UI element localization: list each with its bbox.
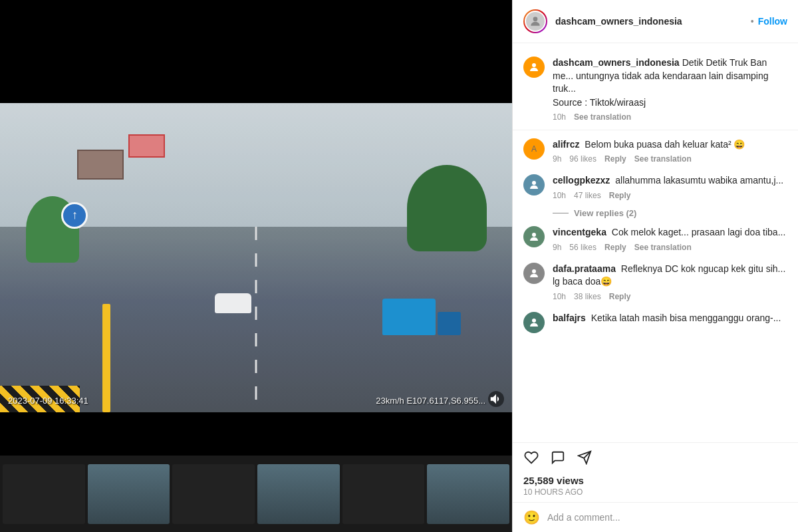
see-translation-caption[interactable]: See translation (574, 112, 631, 122)
volume-icon[interactable] (488, 391, 504, 407)
thumb-4[interactable] (257, 464, 340, 524)
svg-point-1 (532, 63, 536, 67)
comment-meta-1: 9h 96 likes Reply See translation (553, 154, 787, 164)
view-replies-text[interactable]: View replies (2) (574, 208, 636, 218)
comment-time-1: 9h (553, 154, 561, 164)
video-panel: ↑ 2023-07-09 16:33:41 23km/h E107.6117,S… (0, 0, 512, 532)
comment-input[interactable] (547, 512, 787, 523)
comment-text-2: cellogpkezxz allahumma lakasumtu wabika … (553, 174, 787, 188)
comment-reply-1[interactable]: Reply (604, 154, 626, 164)
comment-item-2: cellogpkezxz allahumma lakasumtu wabika … (513, 169, 798, 205)
comment-content-1: Belom buka puasa dah keluar kata² 😄 (582, 139, 745, 150)
thumb-6[interactable] (427, 464, 509, 524)
thumb-5[interactable] (342, 464, 425, 524)
comment-username-1[interactable]: alifrcz (553, 139, 579, 150)
comment-time-2: 10h (553, 191, 566, 200)
caption-text: dashcam_owners_indonesiaDetik Detik Truk… (553, 57, 787, 96)
comment-item-3: vincentgeka Cok melok kaget... prasaan l… (513, 221, 798, 257)
comment-reply-4[interactable]: Reply (609, 292, 631, 301)
comment-content-3: Cok melok kaget... prasaan lagi doa tiba… (609, 227, 785, 237)
comment-avatar-2 (523, 174, 545, 196)
comment-likes-3: 56 likes (569, 243, 597, 252)
video-bottom-black (0, 412, 512, 532)
profile-avatar-ring[interactable] (523, 9, 547, 33)
profile-avatar (525, 11, 546, 32)
caption-meta: 10h See translation (553, 112, 787, 122)
divider-1 (513, 130, 798, 130)
comment-content-5: Ketika latah masih bisa mengganggu orang… (589, 313, 781, 323)
comment-avatar-5 (523, 312, 545, 333)
svg-point-4 (532, 269, 536, 273)
actions-row (513, 442, 798, 472)
comment-text-4: dafa.prataama Refleknya DC kok ngucap ke… (553, 263, 787, 289)
svg-point-2 (532, 181, 536, 185)
comment-text-1: alifrcz Belom buka puasa dah keluar kata… (553, 138, 787, 152)
comment-username-5[interactable]: balfajrs (553, 313, 586, 323)
comment-username-2[interactable]: cellogpkezxz (553, 175, 610, 186)
comment-likes-1: 96 likes (569, 154, 597, 164)
thumb-3[interactable] (172, 464, 255, 524)
comment-body-1: alifrcz Belom buka puasa dah keluar kata… (553, 138, 787, 164)
comment-item-4: dafa.prataama Refleknya DC kok ngucap ke… (513, 257, 798, 307)
views-count: 25,589 views (523, 475, 787, 486)
dot-separator: • (751, 16, 754, 27)
add-comment-row: 🙂 (513, 502, 798, 532)
video-frame[interactable]: ↑ 2023-07-09 16:33:41 23km/h E107.6117,S… (0, 103, 512, 412)
comment-avatar-4 (523, 263, 545, 284)
like-button[interactable] (523, 450, 539, 466)
comment-text-5: balfajrs Ketika latah masih bisa menggan… (553, 312, 787, 325)
comment-meta-4: 10h 38 likes Reply (553, 292, 787, 301)
comment-translate-1[interactable]: See translation (634, 154, 692, 164)
comment-item-5: balfajrs Ketika latah masih bisa menggan… (513, 307, 798, 338)
video-haze-overlay (0, 103, 512, 412)
video-gps: 23km/h E107.6117,S6.955... (376, 396, 485, 406)
comment-body-3: vincentgeka Cok melok kaget... prasaan l… (553, 226, 787, 252)
video-top-black (0, 0, 512, 103)
follow-button[interactable]: Follow (758, 16, 787, 27)
comment-reply-2[interactable]: Reply (609, 191, 631, 200)
share-button[interactable] (577, 450, 593, 466)
views-section: 25,589 views 10 HOURS AGO (513, 472, 798, 502)
comment-time-3: 9h (553, 243, 561, 252)
comment-avatar-1: A (523, 138, 545, 160)
post-header: dashcam_owners_indonesia • Follow (513, 0, 798, 43)
comment-item-1: A alifrcz Belom buka puasa dah keluar ka… (513, 133, 798, 170)
emoji-button[interactable]: 🙂 (523, 509, 539, 525)
caption-body: dashcam_owners_indonesiaDetik Detik Truk… (553, 57, 787, 122)
view-replies[interactable]: View replies (2) (513, 205, 798, 221)
caption-avatar (523, 57, 545, 78)
thumb-2[interactable] (88, 464, 170, 524)
comment-body-2: cellogpkezxz allahumma lakasumtu wabika … (553, 174, 787, 200)
svg-point-5 (532, 319, 536, 323)
thumb-1[interactable] (3, 464, 85, 524)
reply-line (553, 213, 569, 213)
thumbnail-strip (0, 456, 512, 532)
comment-translate-3[interactable]: See translation (634, 243, 692, 252)
comment-avatar-3 (523, 226, 545, 247)
video-timestamp: 2023-07-09 16:33:41 (8, 396, 88, 406)
comment-likes-2: 47 likes (574, 191, 601, 200)
comments-list: dashcam_owners_indonesiaDetik Detik Truk… (513, 43, 798, 442)
comment-meta-2: 10h 47 likes Reply (553, 191, 787, 200)
header-username: dashcam_owners_indonesia (555, 16, 747, 27)
comment-username-4[interactable]: dafa.prataama (553, 263, 616, 274)
comment-meta-3: 9h 56 likes Reply See translation (553, 243, 787, 252)
views-time: 10 HOURS AGO (523, 487, 787, 497)
comment-body-4: dafa.prataama Refleknya DC kok ngucap ke… (553, 263, 787, 301)
comment-button[interactable] (550, 450, 566, 466)
post-caption-item: dashcam_owners_indonesiaDetik Detik Truk… (513, 51, 798, 127)
svg-point-3 (532, 233, 536, 237)
comment-reply-3[interactable]: Reply (604, 243, 626, 252)
comments-panel: dashcam_owners_indonesia • Follow dashca… (512, 0, 798, 532)
comment-content-2: allahumma lakasumtu wabika amantu,j... (612, 175, 783, 186)
road-scene: ↑ (0, 103, 512, 412)
comment-likes-4: 38 likes (574, 292, 601, 301)
caption-username[interactable]: dashcam_owners_indonesia (553, 57, 680, 68)
comment-text-3: vincentgeka Cok melok kaget... prasaan l… (553, 226, 787, 239)
comment-body-5: balfajrs Ketika latah masih bisa menggan… (553, 312, 787, 325)
comment-time-4: 10h (553, 292, 566, 301)
svg-point-0 (533, 17, 538, 21)
source-line: Source : Tiktok/wiraasj (553, 96, 787, 109)
caption-time: 10h (553, 112, 566, 122)
comment-username-3[interactable]: vincentgeka (553, 227, 606, 237)
